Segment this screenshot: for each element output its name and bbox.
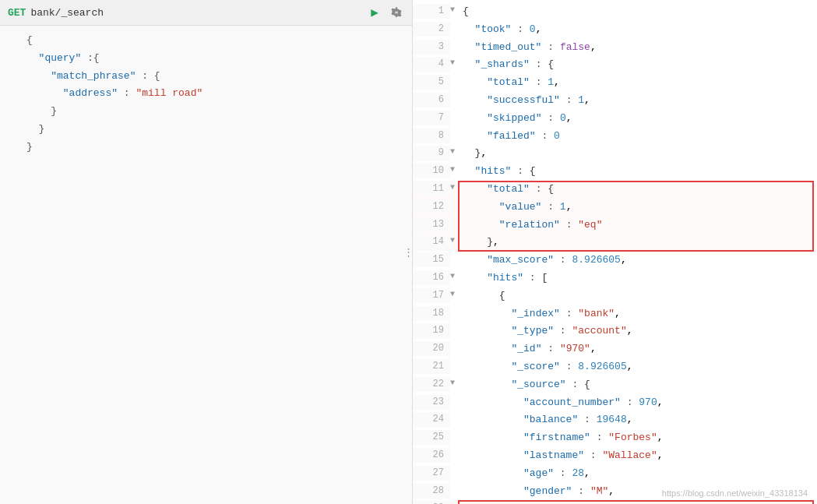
right-code-line: 12 "value" : 1,: [413, 199, 817, 217]
left-code-line: }: [0, 121, 412, 139]
line-number: 15: [413, 252, 450, 267]
line-number: 18: [413, 306, 450, 321]
lines-wrapper: 1 ▼ { 2 "took" : 0, 3 "timed_out" : fals…: [413, 3, 817, 504]
right-code-line: 10 ▼ "hits" : {: [413, 163, 817, 181]
line-content: "query" :{: [23, 51, 412, 67]
right-code-line: 21 "_score" : 8.926605,: [413, 358, 817, 376]
right-code-line: 27 "age" : 28,: [413, 465, 817, 483]
right-code-line: 20 "_id" : "970",: [413, 340, 817, 358]
line-number: 29: [413, 501, 450, 504]
collapse-arrow[interactable]: ▼: [450, 270, 461, 283]
line-content: "firstname" : "Forbes",: [461, 430, 817, 446]
line-number: 9: [413, 146, 450, 160]
line-content: "took" : 0,: [461, 22, 817, 38]
line-content: }: [23, 122, 412, 138]
line-number: 2: [413, 22, 450, 37]
line-number: 19: [413, 323, 450, 338]
right-code-line: 14 ▼ },: [413, 234, 817, 252]
line-content: "_index" : "bank",: [461, 306, 817, 322]
line-number: 13: [413, 217, 450, 232]
line-number: 6: [413, 93, 450, 107]
right-code-line: 26 "lastname" : "Wallace",: [413, 447, 817, 465]
right-code-line: 2 "took" : 0,: [413, 21, 817, 39]
watermark: https://blog.csdn.net/weixin_43318134: [413, 488, 817, 498]
line-content: }: [23, 139, 412, 156]
line-number: 12: [413, 199, 450, 214]
line-content: "account_number" : 970,: [461, 395, 817, 411]
line-content: "address" : "990 Mill Road",: [461, 501, 817, 504]
right-code-line: 5 "total" : 1,: [413, 74, 817, 92]
right-code-line: 4 ▼ "_shards" : {: [413, 56, 817, 74]
endpoint: bank/_search: [30, 7, 104, 19]
collapse-arrow[interactable]: ▼: [450, 377, 461, 389]
line-content: "max_score" : 8.926605,: [461, 252, 817, 269]
right-code-line: 24 "balance" : 19648,: [413, 411, 817, 429]
right-code-line: 8 "failed" : 0: [413, 128, 817, 146]
right-code-area[interactable]: 1 ▼ { 2 "took" : 0, 3 "timed_out" : fals…: [413, 0, 817, 504]
line-number: 27: [413, 466, 450, 481]
left-code-line: "query" :{: [0, 50, 412, 68]
left-code-line: "match_phrase" : {: [0, 68, 412, 86]
right-code-line: 13 "relation" : "eq": [413, 217, 817, 234]
right-code-line: 6 "successful" : 1,: [413, 92, 817, 110]
right-code-line: 16 ▼ "hits" : [: [413, 270, 817, 287]
settings-icon[interactable]: [389, 5, 404, 20]
right-code-line: 11 ▼ "total" : {: [413, 181, 817, 199]
line-number: 14: [413, 234, 450, 249]
line-content: "_type" : "account",: [461, 323, 817, 340]
line-content: "address" : "mill road": [23, 86, 412, 102]
collapse-arrow[interactable]: ▼: [450, 182, 461, 194]
left-code-line: }: [0, 139, 412, 157]
line-content: {: [23, 33, 412, 49]
right-code-line: 15 "max_score" : 8.926605,: [413, 252, 817, 270]
line-number: 16: [413, 270, 450, 285]
line-number: 11: [413, 182, 450, 196]
right-code-line: 17 ▼ {: [413, 287, 817, 305]
right-code-line: 25 "firstname" : "Forbes",: [413, 429, 817, 447]
right-code-line: 23 "account_number" : 970,: [413, 394, 817, 412]
left-header: GET bank/_search ▶: [0, 0, 412, 26]
line-content: "hits" : {: [461, 164, 817, 180]
line-number: 10: [413, 164, 450, 178]
line-content: "successful" : 1,: [461, 93, 817, 109]
line-content: "skipped" : 0,: [461, 111, 817, 127]
line-content: "_score" : 8.926605,: [461, 359, 817, 375]
left-code-line: {: [0, 32, 412, 50]
line-number: 22: [413, 377, 450, 392]
line-content: {: [461, 4, 817, 20]
run-button[interactable]: ▶: [367, 5, 382, 20]
right-code-line: 18 "_index" : "bank",: [413, 305, 817, 323]
collapse-arrow[interactable]: ▼: [450, 288, 461, 301]
line-number: 21: [413, 359, 450, 374]
line-number: 24: [413, 412, 450, 427]
collapse-arrow[interactable]: ▼: [450, 57, 461, 69]
collapse-arrow[interactable]: ▼: [450, 4, 461, 16]
line-content: "total" : 1,: [461, 75, 817, 91]
line-number: 3: [413, 40, 450, 55]
left-code-line: }: [0, 103, 412, 121]
line-content: "age" : 28,: [461, 466, 817, 482]
right-code-line: 29 "address" : "990 Mill Road",: [413, 500, 817, 504]
line-content: "value" : 1,: [461, 199, 817, 216]
line-number: 25: [413, 430, 450, 445]
header-icons: ▶: [367, 5, 404, 20]
http-method: GET: [8, 7, 26, 19]
line-content: },: [461, 234, 817, 251]
line-content: "_shards" : {: [461, 57, 817, 73]
line-number: 26: [413, 448, 450, 463]
line-content: },: [461, 146, 817, 162]
right-code-line: 7 "skipped" : 0,: [413, 110, 817, 128]
line-content: "failed" : 0: [461, 129, 817, 145]
right-code-line: 9 ▼ },: [413, 145, 817, 163]
line-content: {: [461, 288, 817, 305]
drag-handle[interactable]: ⋮: [404, 237, 412, 268]
collapse-arrow[interactable]: ▼: [450, 234, 461, 247]
collapse-arrow[interactable]: ▼: [450, 146, 461, 158]
collapse-arrow[interactable]: ▼: [450, 164, 461, 176]
line-content: "timed_out" : false,: [461, 40, 817, 56]
right-code-line: 22 ▼ "_source" : {: [413, 376, 817, 394]
line-number: 4: [413, 57, 450, 72]
line-content: "hits" : [: [461, 270, 817, 287]
line-number: 7: [413, 111, 450, 125]
left-code-area[interactable]: { "query" :{ "match_phrase" : { "address…: [0, 26, 412, 504]
